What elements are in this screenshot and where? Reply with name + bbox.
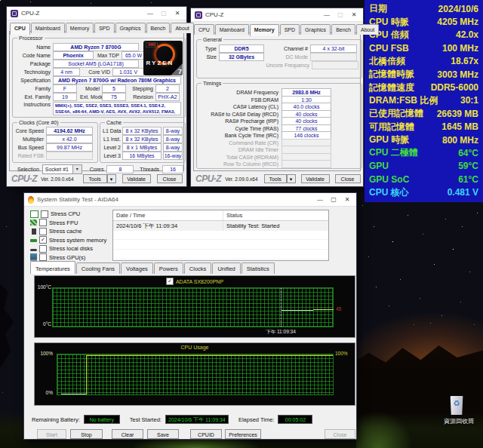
tools-button[interactable]: Tools — [83, 174, 107, 183]
cpuz-memory-titlebar[interactable]: CPU-Z — ▢ ✕ — [191, 8, 363, 22]
tab-spd[interactable]: SPD — [280, 24, 300, 35]
close-icon[interactable]: ✕ — [172, 8, 183, 19]
memory-icon — [30, 239, 37, 242]
cpuz-tab-bar: CPU Mainboard Memory SPD Graphics Bench … — [191, 22, 363, 35]
tab-about[interactable]: About — [356, 24, 379, 35]
tab-bench[interactable]: Bench — [331, 24, 355, 35]
sensor-value: 0.481 V — [448, 187, 478, 198]
tab-powers[interactable]: Powers — [154, 262, 183, 274]
close-icon[interactable]: ✕ — [342, 194, 352, 205]
field-label: Revision — [129, 94, 153, 100]
test-log-table: Date / Time Status 2024/10/6 下午 11:09:34… — [112, 210, 329, 261]
stress-fpu-checkbox[interactable] — [39, 219, 47, 226]
recycle-bin-icon: ♻ — [450, 396, 464, 415]
tools-dropdown-icon[interactable]: ▾ — [287, 174, 296, 183]
aida64-titlebar[interactable]: System Stability Test - AIDA64 — ▢ ✕ — [24, 193, 356, 207]
close-icon[interactable]: ✕ — [349, 9, 359, 20]
chart-legend: ✓ ADATA SX8200PNP — [35, 278, 355, 285]
field-label: DRAM Frequency — [200, 90, 278, 95]
temp-line-segment — [281, 310, 313, 311]
field-label: Type — [200, 46, 217, 51]
preferences-button[interactable]: Preferences — [225, 429, 261, 439]
close-button[interactable]: Close — [335, 174, 361, 183]
tab-mainboard[interactable]: Mainboard — [31, 23, 65, 33]
stop-button[interactable]: Stop — [70, 429, 103, 439]
starfield — [0, 0, 1, 1]
minimize-icon[interactable]: — — [315, 194, 325, 205]
stress-option: Stress cache — [30, 227, 106, 236]
clear-button[interactable]: Clear — [112, 429, 143, 439]
field-label: Name — [16, 44, 51, 50]
tab-unified[interactable]: Unified — [212, 262, 240, 274]
sensor-label: 可用記憶體 — [369, 121, 414, 133]
tab-graphics[interactable]: Graphics — [300, 24, 331, 35]
validate-button[interactable]: Validate — [122, 174, 151, 183]
tab-spd[interactable]: SPD — [94, 23, 114, 33]
stress-cpu-checkbox[interactable] — [41, 210, 48, 218]
sensor-value: 3003 MHz — [437, 69, 478, 80]
socket-selector-value: Socket #1 — [45, 165, 69, 173]
tab-voltages[interactable]: Voltages — [121, 262, 153, 274]
validate-button[interactable]: Validate — [301, 174, 330, 183]
cpuid-button[interactable]: CPUID — [190, 429, 222, 439]
recycle-bin-shortcut[interactable]: ♻ 資源回收筒 — [444, 396, 469, 432]
adata-series-checkbox[interactable]: ✓ — [166, 278, 174, 285]
stress-option-label: Stress FPU — [49, 219, 78, 226]
field-label: RAS# Precharge (tRP) — [200, 118, 278, 124]
log-row[interactable]: 2024/10/6 下午 11:09:34 Stability Test: St… — [113, 221, 328, 231]
stress-gpus-checkbox[interactable] — [39, 253, 47, 261]
tab-clocks[interactable]: Clocks — [184, 262, 212, 274]
tools-button[interactable]: Tools — [264, 174, 287, 183]
temp-line-segment — [313, 309, 334, 310]
stress-option-label: Stress system memory — [49, 237, 106, 244]
stress-options-list: Stress CPU Stress FPU Stress cache ✓ Str… — [30, 210, 106, 262]
socket-selector[interactable]: Socket #1 ▾ — [42, 164, 82, 174]
tab-graphics[interactable]: Graphics — [115, 23, 146, 33]
tab-cpu[interactable]: CPU — [10, 23, 30, 35]
stress-option: ✓ Stress system memory — [30, 236, 106, 245]
field-label: Total CAS# (tRDRAM) — [200, 155, 278, 160]
save-button[interactable]: Save — [147, 429, 179, 439]
tab-memory[interactable]: Memory — [250, 24, 279, 36]
group-label: General — [202, 36, 223, 43]
log-col-datetime[interactable]: Date / Time — [113, 210, 223, 220]
sensor-row: CPU 二極體64°C — [369, 146, 478, 159]
sensor-label: CPU 核心 — [369, 186, 409, 199]
tab-cooling-fans[interactable]: Cooling Fans — [76, 262, 120, 274]
field-label: Size — [200, 54, 217, 60]
usage-line-rise — [86, 355, 87, 394]
log-col-status[interactable]: Status — [223, 210, 328, 220]
tab-cpu[interactable]: CPU — [194, 24, 214, 35]
stress-option: Stress CPU — [30, 210, 106, 219]
close-button[interactable]: Close — [157, 174, 183, 183]
tab-mainboard[interactable]: Mainboard — [215, 24, 249, 35]
row-to-column-value — [281, 160, 331, 168]
ext-family-value: 19 — [53, 93, 77, 101]
dc-mode-value — [310, 53, 357, 61]
minimize-icon[interactable]: — — [145, 8, 155, 19]
tab-bench[interactable]: Bench — [146, 23, 171, 33]
maximize-icon[interactable]: ▢ — [328, 194, 339, 205]
sensor-value: 59°C — [458, 161, 478, 171]
tools-dropdown-icon[interactable]: ▾ — [107, 174, 116, 183]
sensor-label: GPU SoC — [369, 174, 409, 185]
field-label: Stepping — [129, 86, 153, 91]
tab-memory[interactable]: Memory — [66, 23, 94, 33]
tab-statistics[interactable]: Statistics — [242, 262, 275, 274]
minimize-icon[interactable]: — — [321, 9, 332, 20]
chevron-down-icon[interactable]: ▾ — [72, 165, 82, 173]
aida64-stability-window: System Stability Test - AIDA64 — ▢ ✕ Str… — [23, 192, 357, 440]
field-label: Channel # — [269, 46, 308, 51]
stress-disks-checkbox[interactable] — [39, 245, 47, 253]
field-label: FSB:DRAM — [200, 97, 278, 103]
cpuz-cpu-titlebar[interactable]: CPU-Z — ▢ ✕ — [7, 7, 186, 20]
grass-patch — [356, 412, 412, 448]
timings-group: Timings DRAM Frequency2983.6 MHz FSB:DRA… — [196, 83, 362, 169]
stress-cache-checkbox[interactable] — [39, 228, 47, 235]
stress-memory-checkbox[interactable]: ✓ — [39, 236, 47, 244]
tab-temperatures[interactable]: Temperatures — [30, 261, 75, 274]
status-bar: Remaining Battery: No battery Test Start… — [24, 415, 356, 424]
field-label: Code Name — [16, 53, 51, 58]
stepping-value: 2 — [155, 84, 180, 93]
x-axis-time-label: 下午 11:09:34 — [248, 329, 314, 336]
